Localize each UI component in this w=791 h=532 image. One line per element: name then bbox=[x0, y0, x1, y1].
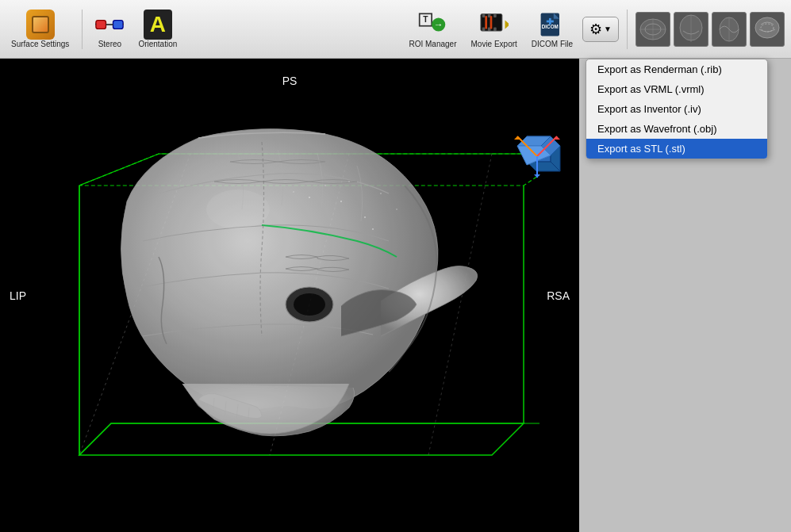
brain-thumb-3d[interactable] bbox=[750, 12, 785, 47]
orientation-icon: A bbox=[144, 10, 172, 40]
toolbar: Surface Settings Stereo A Orientation bbox=[0, 0, 791, 59]
right-panel: Export as Renderman (.rib) Export as VRM… bbox=[579, 59, 791, 532]
dicom-file-button[interactable]: DICOM DICOM File bbox=[527, 7, 578, 52]
svg-point-51 bbox=[364, 216, 366, 218]
svg-rect-1 bbox=[113, 20, 124, 29]
svg-point-41 bbox=[294, 293, 325, 316]
export-wavefront-item[interactable]: Export as Wavefront (.obj) bbox=[586, 119, 767, 139]
dicom-file-label: DICOM File bbox=[532, 40, 573, 48]
svg-rect-14 bbox=[490, 16, 492, 29]
export-renderman-item[interactable]: Export as Renderman (.rib) bbox=[586, 59, 767, 79]
movie-export-button[interactable]: Movie Export bbox=[467, 7, 522, 52]
svg-point-53 bbox=[380, 193, 382, 194]
svg-point-47 bbox=[309, 197, 310, 198]
export-stl-item[interactable]: Export as STL (.stl) bbox=[586, 139, 767, 159]
svg-text:T: T bbox=[424, 15, 429, 24]
svg-rect-0 bbox=[96, 20, 106, 29]
svg-point-54 bbox=[396, 209, 397, 209]
surface-settings-button[interactable]: Surface Settings bbox=[6, 7, 74, 52]
orientation-label: Orientation bbox=[138, 40, 177, 48]
svg-point-48 bbox=[324, 185, 326, 186]
stereo-glasses-icon bbox=[95, 15, 124, 34]
svg-point-49 bbox=[340, 201, 342, 202]
export-gear-button[interactable]: ⚙ ▼ bbox=[582, 17, 619, 42]
movie-export-label: Movie Export bbox=[471, 40, 517, 48]
svg-point-29 bbox=[755, 17, 779, 38]
svg-rect-13 bbox=[485, 16, 487, 29]
label-ps: PS bbox=[282, 75, 298, 87]
roi-manager-button[interactable]: T → ROI Manager bbox=[404, 7, 461, 52]
export-vrml-item[interactable]: Export as VRML (.vrml) bbox=[586, 79, 767, 99]
svg-rect-10 bbox=[482, 27, 485, 31]
dicom-file-icon: DICOM bbox=[538, 10, 566, 39]
orientation-button[interactable]: A Orientation bbox=[133, 7, 182, 52]
divider-2 bbox=[627, 10, 628, 49]
stereo-button[interactable]: Stereo bbox=[90, 7, 129, 52]
svg-text:→: → bbox=[434, 19, 443, 30]
skull-mesh bbox=[40, 114, 484, 447]
export-dropdown-menu: Export as Renderman (.rib) Export as VRM… bbox=[586, 59, 768, 159]
brain-thumb-coronal[interactable] bbox=[674, 12, 708, 47]
brain-sagittal-icon bbox=[713, 13, 745, 45]
dropdown-arrow-icon: ▼ bbox=[604, 25, 612, 33]
main-area: PS LIP RSA bbox=[0, 59, 791, 532]
brain-3d-icon bbox=[751, 13, 783, 45]
svg-rect-12 bbox=[493, 27, 497, 31]
brain-thumbnails bbox=[635, 12, 785, 47]
export-inventor-item[interactable]: Export as Inventor (.iv) bbox=[586, 99, 767, 119]
svg-text:DICOM: DICOM bbox=[542, 24, 559, 29]
3d-viewport[interactable]: PS LIP RSA bbox=[0, 59, 579, 532]
surface-settings-icon bbox=[26, 10, 55, 40]
label-lip: LIP bbox=[10, 289, 26, 302]
svg-point-46 bbox=[206, 189, 270, 229]
orientation-cube bbox=[511, 130, 563, 182]
svg-point-55 bbox=[372, 228, 374, 230]
movie-export-icon bbox=[480, 10, 509, 39]
brain-thumb-axial[interactable] bbox=[635, 12, 670, 47]
roi-manager-label: ROI Manager bbox=[409, 40, 456, 48]
label-rsa: RSA bbox=[547, 289, 570, 302]
svg-marker-67 bbox=[534, 174, 540, 178]
brain-thumb-sagittal[interactable] bbox=[712, 12, 747, 47]
svg-point-52 bbox=[348, 181, 349, 182]
divider-1 bbox=[82, 10, 83, 49]
brain-coronal-icon bbox=[675, 13, 707, 45]
svg-marker-15 bbox=[505, 20, 509, 29]
svg-rect-9 bbox=[493, 13, 497, 17]
stereo-label: Stereo bbox=[98, 40, 121, 48]
surface-settings-label: Surface Settings bbox=[11, 40, 69, 48]
svg-rect-20 bbox=[549, 17, 551, 24]
brain-axial-icon bbox=[637, 13, 669, 45]
roi-manager-icon: T → bbox=[418, 10, 447, 39]
gear-icon: ⚙ bbox=[589, 21, 602, 38]
svg-rect-7 bbox=[482, 13, 485, 17]
svg-point-50 bbox=[293, 191, 294, 192]
